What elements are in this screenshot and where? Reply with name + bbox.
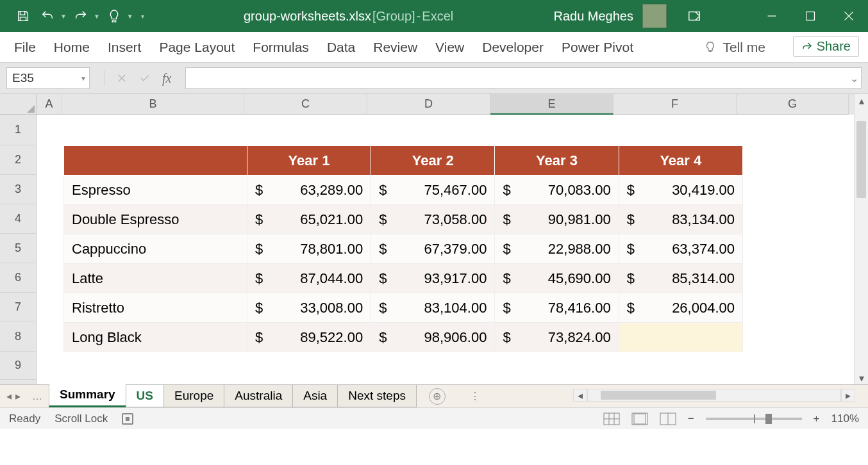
cell[interactable]: $89,522.00 — [247, 323, 371, 352]
sheet-tab-europe[interactable]: Europe — [163, 385, 224, 407]
tell-me[interactable]: Tell me — [703, 40, 765, 55]
ribbon-options-icon[interactable] — [687, 9, 701, 23]
tab-developer[interactable]: Developer — [480, 36, 546, 59]
cell[interactable]: $65,021.00 — [247, 205, 371, 234]
undo-button[interactable] — [37, 6, 58, 26]
cell[interactable]: $70,083.00 — [495, 175, 619, 205]
cell[interactable]: $78,801.00 — [247, 234, 371, 264]
lightbulb-icon[interactable] — [104, 6, 124, 26]
cell[interactable]: $98,906.00 — [371, 323, 495, 352]
sheet-tab-us[interactable]: US — [126, 385, 164, 407]
row-header-6[interactable]: 6 — [0, 263, 37, 293]
bulb-dropdown-icon[interactable]: ▼ — [127, 13, 133, 20]
row-header-4[interactable]: 4 — [0, 204, 37, 234]
zoom-level[interactable]: 110% — [831, 412, 859, 425]
enter-icon[interactable] — [139, 72, 151, 84]
scroll-up-icon[interactable]: ▴ — [855, 94, 868, 107]
cell[interactable]: $83,134.00 — [619, 205, 742, 234]
cell[interactable]: $67,379.00 — [371, 234, 495, 264]
tab-split-handle[interactable]: ⋮ — [465, 390, 487, 402]
save-button[interactable] — [13, 6, 33, 26]
new-sheet-button[interactable]: ⊕ — [429, 388, 446, 405]
cell[interactable]: $45,690.00 — [495, 264, 619, 293]
row-label[interactable]: Espresso — [64, 175, 247, 205]
redo-button[interactable] — [71, 6, 91, 26]
column-header-G[interactable]: G — [737, 94, 849, 115]
view-page-break-icon[interactable] — [660, 412, 676, 425]
row-header-5[interactable]: 5 — [0, 234, 37, 263]
cell[interactable] — [619, 323, 742, 352]
cell[interactable]: $63,374.00 — [619, 234, 742, 264]
undo-dropdown-icon[interactable]: ▼ — [60, 13, 67, 20]
cell[interactable]: $93,917.00 — [371, 264, 495, 293]
macro-record-icon[interactable] — [122, 413, 133, 425]
qat-customize-icon[interactable]: ▾ — [141, 13, 144, 20]
column-header-E[interactable]: E — [490, 94, 613, 115]
cell[interactable]: $75,467.00 — [371, 175, 495, 205]
cancel-icon[interactable] — [116, 72, 128, 84]
formula-input[interactable]: ⌄ — [185, 67, 862, 89]
row-header-1[interactable]: 1 — [0, 115, 37, 145]
row-label[interactable]: Latte — [64, 264, 247, 293]
sheet-tab-summary[interactable]: Summary — [49, 384, 126, 407]
zoom-out-button[interactable]: − — [688, 412, 694, 425]
column-header-C[interactable]: C — [244, 94, 367, 115]
row-header-2[interactable]: 2 — [0, 145, 37, 175]
sheet-tab-asia[interactable]: Asia — [292, 385, 338, 407]
sheet-nav-prev-icon[interactable]: ◂ — [6, 390, 12, 402]
cell[interactable]: $73,058.00 — [371, 205, 495, 234]
tab-insert[interactable]: Insert — [105, 36, 144, 59]
hscroll-right-icon[interactable]: ▸ — [841, 389, 855, 402]
tab-data[interactable]: Data — [324, 36, 358, 59]
column-header-D[interactable]: D — [367, 94, 490, 115]
tab-file[interactable]: File — [12, 36, 38, 59]
row-label[interactable]: Ristretto — [64, 293, 247, 323]
cell[interactable]: $87,044.00 — [247, 264, 371, 293]
tab-power-pivot[interactable]: Power Pivot — [559, 36, 636, 59]
cell[interactable]: $22,988.00 — [495, 234, 619, 264]
row-header-3[interactable]: 3 — [0, 175, 37, 204]
hscroll-track[interactable] — [587, 389, 841, 402]
tab-formulas[interactable]: Formulas — [250, 36, 312, 59]
row-label[interactable]: Cappuccino — [64, 234, 247, 264]
column-header-F[interactable]: F — [613, 94, 737, 115]
cell[interactable]: $33,008.00 — [247, 293, 371, 323]
zoom-in-button[interactable]: + — [814, 412, 820, 425]
cell[interactable]: $30,419.00 — [619, 175, 742, 205]
redo-dropdown-icon[interactable]: ▼ — [94, 13, 100, 20]
vertical-scrollbar[interactable]: ▴ ▾ — [854, 94, 868, 384]
tab-page-layout[interactable]: Page Layout — [156, 36, 237, 59]
expand-formula-bar-icon[interactable]: ⌄ — [850, 72, 858, 85]
view-page-layout-icon[interactable] — [631, 412, 648, 425]
scroll-down-icon[interactable]: ▾ — [855, 371, 868, 384]
cell[interactable]: $90,981.00 — [495, 205, 619, 234]
sheet-tab-australia[interactable]: Australia — [224, 385, 293, 407]
select-all-corner[interactable] — [0, 94, 37, 115]
row-header-9[interactable]: 9 — [0, 352, 37, 380]
sheet-nav-next-icon[interactable]: ▸ — [15, 390, 21, 402]
cell[interactable]: $85,314.00 — [619, 264, 742, 293]
zoom-slider[interactable] — [706, 418, 802, 420]
cell[interactable]: $78,416.00 — [495, 293, 619, 323]
name-box[interactable]: E35 ▼ — [6, 67, 90, 89]
sheet-overflow[interactable]: … — [27, 391, 49, 402]
row-header-8[interactable]: 8 — [0, 322, 37, 352]
tab-view[interactable]: View — [433, 36, 467, 59]
sheet-tab-next-steps[interactable]: Next steps — [337, 385, 417, 407]
view-normal-icon[interactable] — [603, 412, 620, 425]
avatar[interactable] — [642, 4, 667, 28]
hscroll-thumb[interactable] — [601, 391, 716, 400]
hscroll-left-icon[interactable]: ◂ — [573, 389, 587, 402]
maximize-button[interactable] — [791, 0, 830, 32]
row-label[interactable]: Long Black — [64, 323, 247, 352]
cell[interactable]: $63,289.00 — [247, 175, 371, 205]
close-button[interactable] — [830, 0, 868, 32]
zoom-slider-thumb[interactable] — [765, 414, 772, 424]
column-header-A[interactable]: A — [37, 94, 62, 115]
chevron-down-icon[interactable]: ▼ — [80, 75, 87, 82]
share-button[interactable]: Share — [793, 36, 859, 57]
horizontal-scrollbar[interactable]: ◂ ▸ — [573, 388, 855, 403]
tab-home[interactable]: Home — [51, 36, 92, 59]
cell[interactable]: $83,104.00 — [371, 293, 495, 323]
minimize-button[interactable] — [753, 0, 791, 32]
